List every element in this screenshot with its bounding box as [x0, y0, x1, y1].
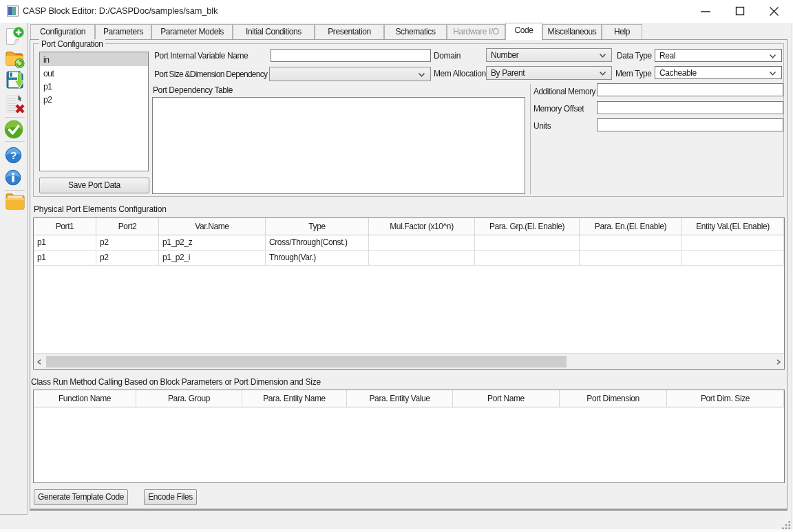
- svg-text:?: ?: [10, 149, 17, 161]
